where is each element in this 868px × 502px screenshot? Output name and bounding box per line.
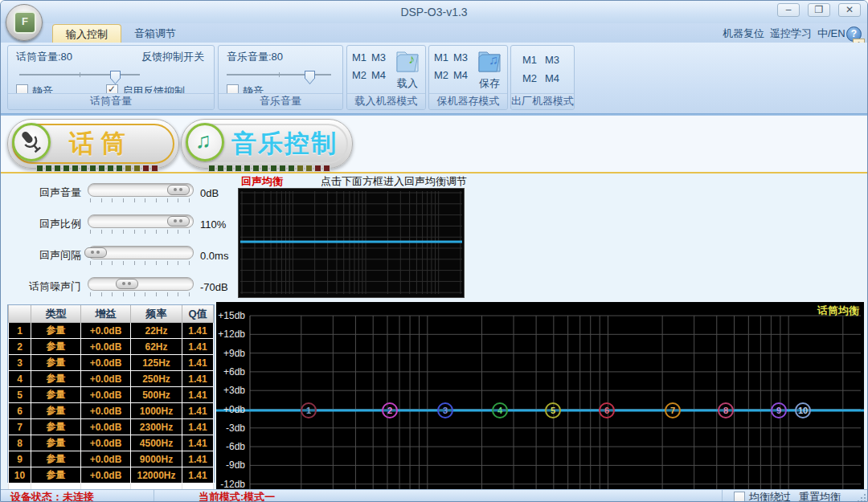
eq-band-marker-4[interactable]: 4: [492, 402, 508, 418]
factory-m3-button[interactable]: M3: [545, 54, 559, 66]
mic-eq-graph[interactable]: +15db +12db +9db +6db +3db +0db -3db -6d…: [216, 302, 864, 489]
eq-band-marker-10[interactable]: 10: [795, 402, 811, 418]
save-m1-button[interactable]: M1: [434, 51, 448, 63]
slider-ticks: [90, 230, 190, 234]
panel-caption-mic: 话筒音量: [8, 93, 214, 109]
table-row[interactable]: 8参量+0.0dB4500Hz1.41: [9, 435, 214, 451]
eq-band-marker-5[interactable]: 5: [545, 402, 561, 418]
mic-volume-slider[interactable]: [19, 74, 140, 76]
save-folder-icon[interactable]: ♫: [476, 49, 503, 75]
slider-track[interactable]: [88, 214, 194, 228]
slider-ticks: [90, 292, 190, 296]
close-button[interactable]: ✕: [838, 3, 861, 17]
channel-band: 话筒 ♫ 音乐控制: [1, 116, 867, 172]
echo-delay-slider-row: 回声间隔 0.0ms: [4, 246, 228, 265]
slider-track[interactable]: [88, 277, 194, 291]
mic-volume-label: 话筒音量:80: [16, 50, 72, 64]
eq-band-marker-8[interactable]: 8: [718, 402, 734, 418]
title-bar: DSP-O3-v1.3 – ❐ ✕: [1, 1, 867, 23]
ytick: +15db: [216, 310, 245, 321]
resize-grip[interactable]: [856, 492, 866, 502]
panel-caption-load: 载入机器模式: [347, 93, 425, 109]
col-gain: 增益: [81, 305, 131, 323]
machine-reset-link[interactable]: 机器复位: [723, 27, 764, 41]
table-row[interactable]: 1参量+0.0dB22Hz1.41: [9, 323, 214, 339]
load-m1-button[interactable]: M1: [352, 51, 366, 63]
factory-m2-button[interactable]: M2: [522, 72, 537, 84]
load-button[interactable]: 载入: [397, 76, 418, 91]
remote-learn-link[interactable]: 遥控学习: [770, 27, 812, 41]
echo-eq-box[interactable]: [238, 188, 465, 298]
eq-band-marker-7[interactable]: 7: [665, 402, 681, 418]
language-toggle[interactable]: 中/EN: [817, 27, 845, 41]
save-m4-button[interactable]: M4: [453, 69, 468, 81]
panel-load-mode: M1 M3 M2 M4 ♪ 载入 载入机器模式: [346, 45, 426, 110]
music-volume-slider-handle[interactable]: [305, 71, 315, 84]
feedback-switch-label: 反馈抑制开关: [141, 50, 204, 64]
app-menu-button[interactable]: F: [6, 4, 43, 41]
load-m2-button[interactable]: M2: [352, 69, 366, 81]
col-index: [9, 305, 31, 323]
eq-band-marker-6[interactable]: 6: [599, 402, 615, 418]
panel-caption-music: 音乐音量: [219, 93, 342, 109]
ytick: +12db: [216, 329, 245, 340]
tab-input-control[interactable]: 输入控制: [52, 24, 121, 43]
load-m4-button[interactable]: M4: [371, 69, 386, 81]
app-window: DSP-O3-v1.3 – ❐ ✕ F 输入控制 音箱调节 机器复位 遥控学习 …: [0, 0, 868, 502]
save-m2-button[interactable]: M2: [434, 69, 448, 81]
factory-m1-button[interactable]: M1: [522, 54, 537, 66]
slider-track[interactable]: [88, 183, 194, 197]
eq-band-marker-1[interactable]: 1: [301, 402, 317, 418]
tab-speaker-adjust[interactable]: 音箱调节: [121, 24, 189, 42]
minimize-button[interactable]: –: [777, 3, 800, 17]
mic-volume-slider-handle[interactable]: [110, 71, 121, 84]
table-row[interactable]: 4参量+0.0dB250Hz1.41: [9, 371, 214, 387]
slider-handle[interactable]: [167, 216, 190, 227]
echo-eq-title: 回声均衡: [241, 174, 283, 189]
maximize-button[interactable]: ❐: [808, 3, 830, 17]
ribbon: 话筒音量:80 反馈抑制开关 静音 启用反馈抑制 话筒音量 音乐音量:80 静音: [1, 43, 867, 113]
mic-channel-button[interactable]: 话筒: [7, 119, 179, 169]
load-folder-icon[interactable]: ♪: [394, 49, 421, 75]
slider-handle[interactable]: [167, 185, 190, 195]
eq-bypass-checkbox[interactable]: [734, 492, 745, 502]
microphone-icon: [12, 123, 51, 161]
table-row[interactable]: 6参量+0.0dB1000Hz1.41: [9, 403, 214, 419]
music-channel-button[interactable]: ♫ 音乐控制: [181, 119, 353, 169]
slider-label: 话筒噪声门: [4, 280, 81, 294]
table-row[interactable]: 9参量+0.0dB9000Hz1.41: [9, 451, 214, 467]
save-button[interactable]: 保存: [479, 76, 500, 91]
eq-reset-button[interactable]: 重置均衡: [799, 490, 841, 502]
table-row[interactable]: 7参量+0.0dB2300Hz1.41: [9, 419, 214, 435]
table-header-row: 类型 增益 频率 Q值: [9, 305, 214, 323]
slider-handle[interactable]: [116, 279, 138, 289]
panel-factory-mode: M1 M3 M2 M4 出厂机器模式: [510, 45, 575, 110]
eq-band-marker-3[interactable]: 3: [437, 402, 453, 418]
ytick: -3db: [216, 422, 245, 434]
load-m3-button[interactable]: M3: [371, 51, 386, 63]
slider-label: 回声音量: [4, 186, 81, 200]
slider-label: 回声间隔: [4, 248, 81, 263]
music-volume-label: 音乐音量:80: [227, 50, 283, 64]
table-row[interactable]: 5参量+0.0dB500Hz1.41: [9, 387, 214, 403]
ytick: +9db: [216, 348, 245, 359]
window-title: DSP-O3-v1.3: [1, 6, 867, 18]
table-row[interactable]: 10参量+0.0dB12000Hz1.41: [9, 467, 214, 484]
mic-level-meter: [36, 165, 158, 172]
slider-track[interactable]: [88, 246, 194, 259]
panel-mic-volume: 话筒音量:80 反馈抑制开关 静音 启用反馈抑制 话筒音量: [7, 45, 215, 110]
save-m3-button[interactable]: M3: [453, 51, 468, 63]
panel-save-mode: M1 M3 M2 M4 ♫ 保存 保机器存模式: [428, 45, 508, 110]
table-row[interactable]: 3参量+0.0dB125Hz1.41: [9, 355, 214, 371]
app-icon: F: [14, 11, 36, 34]
echo-volume-slider-row: 回声音量 0dB: [4, 183, 219, 202]
slider-value: 0dB: [200, 187, 219, 199]
factory-m4-button[interactable]: M4: [545, 72, 559, 84]
music-volume-slider[interactable]: [227, 74, 331, 76]
table-row[interactable]: 2参量+0.0dB62Hz1.41: [9, 339, 214, 355]
eq-bypass-label[interactable]: 均衡绕过: [749, 490, 791, 502]
slider-handle[interactable]: [84, 247, 107, 258]
eq-band-marker-2[interactable]: 2: [382, 402, 398, 418]
eq-band-marker-9[interactable]: 9: [771, 402, 787, 418]
col-freq: 频率: [131, 305, 182, 323]
